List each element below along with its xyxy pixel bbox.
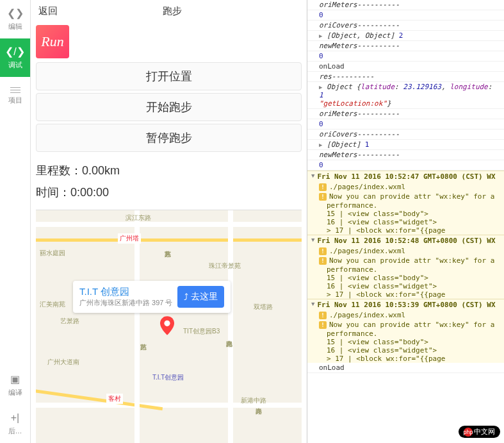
compile-icon: ▣ [10,373,20,385]
nav-debug[interactable]: ❮/❯ 调试 [0,38,30,77]
nav-project[interactable]: 项目 [0,77,30,115]
road-label: T.I.T创意园 [152,373,184,382]
go-label: 去这里 [191,291,218,303]
road-label: 双塔路 [254,303,273,312]
mileage-value: 0.00km [82,164,120,177]
warning-code: performance. [307,201,504,210]
start-run-button[interactable]: 开始跑步 [36,93,302,121]
warning-file: ./pages/index.wxml [329,183,405,191]
watermark: php 中文网 [459,426,500,438]
warning-code: 15 | <view class="body"> [307,338,504,346]
svg-point-0 [164,321,170,326]
pause-run-button[interactable]: 暂停跑步 [36,124,302,152]
expand-icon[interactable]: ▶ [319,84,322,90]
stats: 里程数：0.00km 时间：0:00:00 [36,160,302,203]
warning-message: Now you can provide attr "wx:key" for a [329,256,494,265]
console-text: onLoad [319,62,345,71]
warning-file: ./pages/index.wxml [329,247,405,255]
console-text: res---------- [319,72,374,81]
console-object[interactable]: [Object] [327,140,361,149]
warning-message: Now you can provide attr "wx:key" for a [329,192,494,201]
console-text: oriMeters---------- [319,110,400,118]
console-object[interactable]: [Object, Object] [327,31,394,40]
sim-header: 返回 跑步 [31,0,307,22]
left-nav: ❮❯ 编辑 ❮/❯ 调试 项目 ▣ 编译 +| 后… [0,0,31,443]
mileage-label: 里程数： [36,164,82,177]
console-value: 2 [399,31,403,40]
expand-icon[interactable]: ▶ [319,33,322,39]
console-warning: ▼Fri Nov 11 2016 10:52:47 GMT+0800 (CST)… [307,171,504,235]
collapse-icon[interactable]: ▼ [311,172,314,181]
time-label: 时间： [36,186,70,199]
warning-icon: ! [319,183,327,191]
console-value: 0 [319,11,323,19]
console-text: newMeters---------- [319,151,400,159]
console-value: 0 [319,120,323,128]
road-label: 汇美南苑 [40,300,65,309]
console-warning: ▼Fri Nov 11 2016 10:53:39 GMT+0800 (CST)… [307,299,504,363]
warning-timestamp: Fri Nov 11 2016 10:52:47 GMT+0800 (CST) … [317,172,495,181]
warning-code: > 17 | <block wx:for="{{page [307,355,504,363]
devtools-console[interactable]: oriMeters---------- 0 oriCovers---------… [307,0,504,443]
road-label: 丽水庭园 [40,249,65,258]
app-logo: Run [36,25,69,58]
menu-icon [10,87,20,93]
warning-code: > 17 | <block wx:for="{{page [307,226,504,235]
warning-code: 16 | <view class="widget"> [307,282,504,290]
simulator: 返回 跑步 Run 打开位置 开始跑步 暂停跑步 里程数：0.00km 时间：0… [31,0,307,443]
nav-edit[interactable]: ❮❯ 编辑 [0,0,30,38]
plus-icon: +| [11,412,20,424]
road-label: 滨江东路 [126,213,151,222]
warning-code: 15 | <view class="body"> [307,210,504,218]
road-label: 珠江帝景苑 [209,262,241,271]
road-label: TIT创意园B3 [183,327,220,336]
console-text: newMeters---------- [319,42,400,50]
nav-label: 编辑 [8,22,22,31]
warning-timestamp: Fri Nov 11 2016 10:53:39 GMT+0800 (CST) … [317,301,495,309]
code-icon: ❮❯ [7,7,24,19]
expand-icon[interactable]: ▶ [319,142,322,148]
debug-icon: ❮/❯ [5,46,24,58]
warning-timestamp: Fri Nov 11 2016 10:52:48 GMT+0800 (CST) … [317,237,495,245]
warning-message: Now you can provide attr "wx:key" for a [329,321,494,329]
map-pin-icon [160,316,174,335]
callout-subtitle: 广州市海珠区新港中路 397 号 [79,298,172,308]
page-title: 跑步 [45,5,299,17]
open-location-button[interactable]: 打开位置 [36,62,302,90]
php-icon: php [464,428,473,437]
warning-code: 16 | <view class="widget"> [307,346,504,355]
warning-icon: ! [319,257,327,265]
nav-label: 调试 [8,60,22,70]
warning-code: 15 | <view class="body"> [307,274,504,282]
console-warning: ▼Fri Nov 11 2016 10:52:48 GMT+0800 (CST)… [307,235,504,299]
warning-code: performance. [307,330,504,338]
warning-code: > 17 | <block wx:for="{{page [307,290,504,299]
console-value: 0 [319,161,323,169]
road-label: 广州大道南 [47,358,79,367]
sim-body: Run 打开位置 开始跑步 暂停跑步 里程数：0.00km 时间：0:00:00… [31,22,307,443]
time-value: 0:00:00 [70,186,109,199]
nav-label: 项目 [8,96,22,105]
console-text: onLoad [319,364,345,372]
console-text: oriCovers---------- [319,130,400,138]
console-text: oriMeters---------- [319,1,400,9]
warning-icon: ! [319,321,327,329]
go-here-button[interactable]: ⤴ 去这里 [177,286,224,308]
nav-compile[interactable]: ▣ 编译 [0,366,30,405]
collapse-icon[interactable]: ▼ [311,237,314,245]
nav-label: 编译 [8,388,22,397]
metro-label: 客村 [106,394,123,404]
warning-icon: ! [319,193,327,201]
map[interactable]: 滨江东路 广州塔 丽水庭园 珠江帝景苑 汇美南苑 双塔路 艺景路 TIT创意园B… [36,210,302,443]
map-callout[interactable]: T.I.T 创意园 广州市海珠区新港中路 397 号 ⤴ 去这里 [73,281,231,313]
nav-more[interactable]: +| 后… [0,405,30,443]
console-value: 0 [319,52,323,60]
collapse-icon[interactable]: ▼ [311,301,314,309]
road-label: 新港中路 [241,396,266,405]
warning-code: performance. [307,265,504,274]
warning-icon: ! [319,312,327,319]
console-text: oriCovers---------- [319,21,400,29]
route-icon: ⤴ [184,292,188,302]
metro-label: 广州塔 [118,233,141,244]
console-value: 1 [365,140,370,149]
